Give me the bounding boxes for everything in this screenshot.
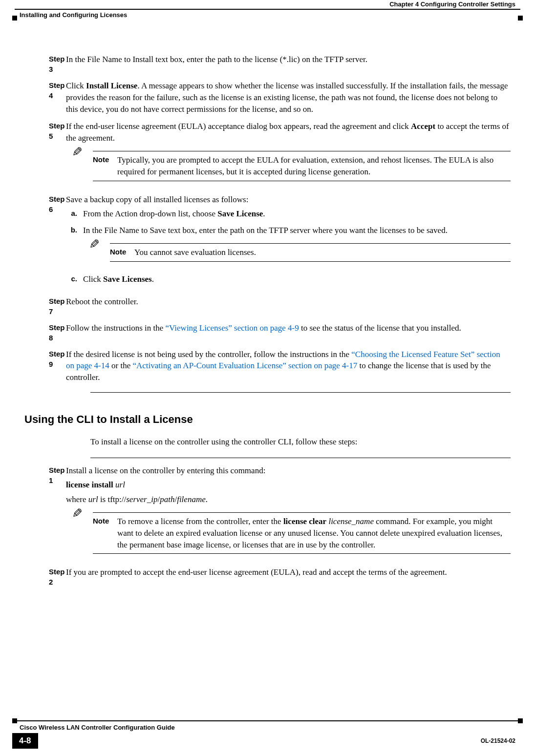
italic-text: server_ip <box>126 495 157 504</box>
italic-text: url <box>115 480 125 489</box>
text: to see the status of the license that yo… <box>299 323 461 333</box>
where-line: where url is tftp://server_ip/path/filen… <box>66 494 511 505</box>
header-marker-left <box>12 16 17 21</box>
note-icon-wrap: ✎ <box>83 247 110 258</box>
substep-c: c. Click Save Licenses. <box>66 273 511 285</box>
footer-bottom: 4-8 OL-21524-02 <box>15 733 520 749</box>
note-text: You cannot save evaluation licenses. <box>134 247 511 258</box>
step-6: Step 6 Save a backup copy of all install… <box>24 194 511 290</box>
substep-a: a. From the Action drop-down list, choos… <box>66 208 511 220</box>
footer-marker-right <box>518 718 523 723</box>
step-label: Step 5 <box>24 121 66 188</box>
step-text: In the File Name to Install text box, en… <box>66 54 511 74</box>
text: In the File Name to Save text box, enter… <box>83 226 448 235</box>
cross-ref-link[interactable]: “Viewing Licenses” section on page 4-9 <box>166 323 299 333</box>
command-line: license install url <box>66 479 511 491</box>
cross-ref-link[interactable]: “Activating an AP-Count Evaluation Licen… <box>132 361 357 370</box>
text: . <box>206 495 208 504</box>
sub-label: c. <box>66 273 83 285</box>
sub-text: Click Save Licenses. <box>83 273 511 285</box>
note-block: ✎ Note To remove a license from the cont… <box>66 512 511 554</box>
step-4: Step 4 Click Install License. A message … <box>24 80 511 115</box>
step-5: Step 5 If the end-user license agreement… <box>24 121 511 188</box>
bold-text: Save License <box>217 209 263 218</box>
pencil-icon: ✎ <box>72 505 83 523</box>
text: From the Action drop-down list, choose <box>83 209 217 218</box>
step-text: If the end-user license agreement (EULA)… <box>66 121 511 188</box>
section-end-rule <box>90 392 511 393</box>
italic-text: url <box>88 495 98 504</box>
text: . <box>263 209 265 218</box>
italic-text: license_name <box>328 517 374 526</box>
bold-text: license install <box>66 480 115 489</box>
step-label: Step 8 <box>24 322 66 343</box>
step-text: Save a backup copy of all installed lice… <box>66 194 511 290</box>
step-text: Follow the instructions in the “Viewing … <box>66 322 511 343</box>
text: Save a backup copy of all installed lice… <box>66 194 511 206</box>
note-label: Note <box>93 516 117 550</box>
footer-rule <box>15 720 520 721</box>
step-1-cli: Step 1 Install a license on the controll… <box>24 465 511 561</box>
text: To remove a license from the controller,… <box>117 517 283 526</box>
step-8: Step 8 Follow the instructions in the “V… <box>24 322 511 343</box>
text: If the desired license is not being used… <box>66 350 351 359</box>
step-7: Step 7 Reboot the controller. <box>24 296 511 316</box>
section-start-rule <box>90 458 511 458</box>
note-block: ✎ Note You cannot save evaluation licens… <box>83 243 511 262</box>
header-marker-right <box>518 16 523 21</box>
sub-text: From the Action drop-down list, choose S… <box>83 208 511 220</box>
note-label: Note <box>110 247 134 258</box>
text: If the end-user license agreement (EULA)… <box>66 122 411 131</box>
step-label: Step 3 <box>24 54 66 74</box>
text: where <box>66 495 88 504</box>
pencil-icon: ✎ <box>72 144 83 161</box>
pencil-icon: ✎ <box>89 236 100 253</box>
step-label: Step 6 <box>24 194 66 290</box>
sub-label: a. <box>66 208 83 220</box>
bold-text: Save Licenses <box>103 274 152 284</box>
step-text: If the desired license is not being used… <box>66 349 511 383</box>
step-label: Step 2 <box>24 567 66 587</box>
italic-text: path <box>160 495 174 504</box>
note-icon-wrap: ✎ <box>66 516 93 550</box>
section-intro: To install a license on the controller u… <box>90 436 511 448</box>
text: Follow the instructions in the <box>66 323 166 333</box>
step-2-cli: Step 2 If you are prompted to accept the… <box>24 567 511 587</box>
step-9: Step 9 If the desired license is not bei… <box>24 349 511 383</box>
step-label: Step 4 <box>24 80 66 115</box>
text: or the <box>109 361 133 370</box>
step-3: Step 3 In the File Name to Install text … <box>24 54 511 74</box>
substep-b: b. In the File Name to Save text box, en… <box>66 225 511 269</box>
header-section: Installing and Configuring Licenses <box>20 11 127 20</box>
step-text: Reboot the controller. <box>66 296 511 316</box>
step-text: Click Install License. A message appears… <box>66 80 511 115</box>
step-label: Step 9 <box>24 349 66 383</box>
note-text: Typically, you are prompted to accept th… <box>117 154 511 178</box>
sub-label: b. <box>66 225 83 269</box>
header-chapter: Chapter 4 Configuring Controller Setting… <box>389 0 515 9</box>
note-icon-wrap: ✎ <box>66 154 93 178</box>
step-text: Install a license on the controller by e… <box>66 465 511 561</box>
italic-text: filename <box>177 495 206 504</box>
header-rule <box>15 9 520 10</box>
note-text: To remove a license from the controller,… <box>117 516 511 550</box>
page-header: Chapter 4 Configuring Controller Setting… <box>15 0 520 24</box>
text: . <box>152 274 154 284</box>
text: is tftp:// <box>98 495 127 504</box>
page-number: 4-8 <box>12 733 38 749</box>
page-content: Step 3 In the File Name to Install text … <box>24 54 511 587</box>
sub-text: In the File Name to Save text box, enter… <box>83 225 511 269</box>
bold-text: Accept <box>411 122 435 131</box>
text: Click <box>83 274 103 284</box>
section-heading: Using the CLI to Install a License <box>24 412 511 427</box>
text: Install a license on the controller by e… <box>66 465 511 477</box>
note-block: ✎ Note Typically, you are prompted to ac… <box>66 151 511 181</box>
text: Click <box>66 81 86 90</box>
page-footer: Cisco Wireless LAN Controller Configurat… <box>15 720 520 749</box>
bold-text: license clear <box>283 517 326 526</box>
footer-title: Cisco Wireless LAN Controller Configurat… <box>15 722 520 732</box>
bold-text: Install License <box>86 81 137 90</box>
step-label: Step 7 <box>24 296 66 316</box>
note-label: Note <box>93 154 117 178</box>
step-text: If you are prompted to accept the end-us… <box>66 567 511 587</box>
